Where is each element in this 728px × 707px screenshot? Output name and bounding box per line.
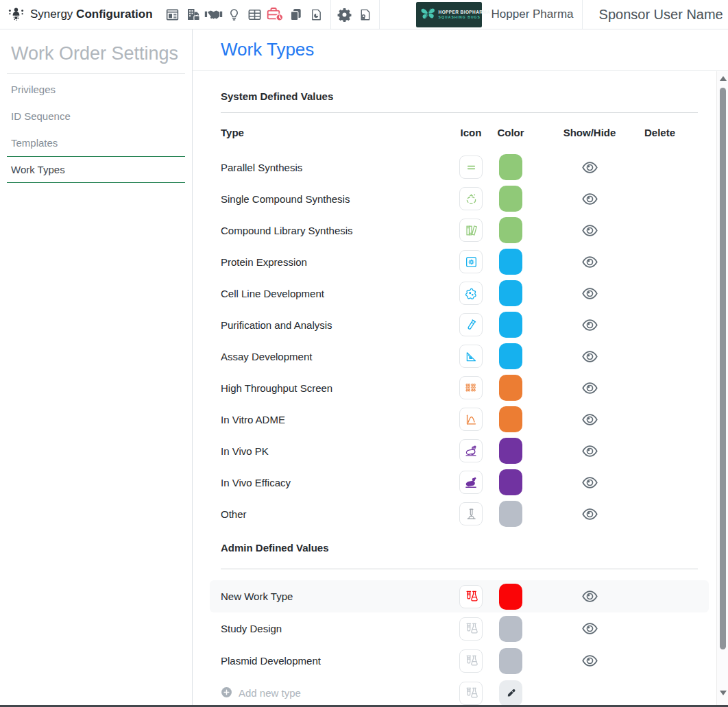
- beaker-tube-icon[interactable]: [459, 585, 483, 608]
- gear-icon[interactable]: [335, 0, 355, 29]
- work-type-label: Parallel Synthesis: [221, 162, 456, 173]
- eye-icon[interactable]: [581, 192, 599, 206]
- work-type-label: In Vivo PK: [221, 445, 456, 457]
- scroll-up-arrow[interactable]: [717, 73, 728, 84]
- eye-icon[interactable]: [581, 160, 599, 175]
- work-type-label: Cell Line Development: [221, 288, 456, 299]
- table-row: Plasmid Development: [221, 645, 698, 677]
- work-type-label: Other: [221, 508, 456, 520]
- eye-icon[interactable]: [581, 412, 599, 427]
- books-icon[interactable]: [459, 219, 483, 242]
- divider: [330, 0, 331, 29]
- color-swatch[interactable]: [499, 469, 522, 495]
- color-swatch[interactable]: [499, 186, 522, 212]
- eye-icon[interactable]: [581, 507, 599, 521]
- color-swatch[interactable]: [499, 438, 522, 464]
- eye-icon[interactable]: [581, 318, 599, 332]
- table-row: Cell Line Development: [221, 277, 698, 309]
- eye-icon[interactable]: [581, 589, 599, 604]
- color-swatch[interactable]: [499, 406, 522, 432]
- user-menu-dropdown[interactable]: Sponsor User Name: [599, 7, 728, 23]
- user-name-label: Sponsor User Name: [599, 7, 723, 23]
- column-header-delete: Delete: [644, 127, 698, 138]
- table-row: In Vivo PK: [221, 435, 698, 467]
- building-lock-icon[interactable]: [183, 0, 204, 29]
- butterfly-icon: [420, 4, 437, 25]
- logo-line2: SQUASHING BUGS: [439, 15, 491, 19]
- document-badge-icon[interactable]: [355, 0, 376, 29]
- sidebar-item-work-types[interactable]: Work Types: [7, 156, 185, 183]
- color-swatch[interactable]: [499, 249, 522, 275]
- hopper-biopharma-logo: HOPPER BIOPHARMA SQUASHING BUGS: [416, 2, 482, 27]
- divider: [7, 73, 185, 74]
- table-row: Purification and Analysis: [221, 309, 698, 340]
- sidebar-item-privileges[interactable]: Privileges: [7, 76, 185, 103]
- beaker-tube-icon[interactable]: [459, 617, 483, 641]
- color-swatch[interactable]: [499, 154, 522, 180]
- test-tube-icon[interactable]: [459, 313, 483, 336]
- flask-pot-icon[interactable]: [459, 187, 483, 210]
- eye-icon[interactable]: [581, 286, 599, 301]
- equals-icon[interactable]: [459, 156, 483, 179]
- microplate-icon[interactable]: [459, 376, 483, 399]
- table-row[interactable]: New Work Type: [210, 580, 709, 612]
- copy-documents-icon[interactable]: [286, 0, 306, 29]
- eye-icon[interactable]: [581, 223, 599, 238]
- color-swatch[interactable]: [499, 312, 522, 338]
- color-swatch[interactable]: [499, 217, 522, 243]
- eye-icon[interactable]: [581, 255, 599, 269]
- color-swatch[interactable]: [499, 375, 522, 401]
- vertical-scrollbar[interactable]: [716, 71, 728, 707]
- logo-line1: HOPPER BIOPHARMA: [439, 10, 491, 15]
- section-heading-admin: Admin Defined Values: [221, 542, 698, 554]
- lightbulb-icon[interactable]: [224, 0, 245, 29]
- eye-icon[interactable]: [581, 349, 599, 364]
- table-row: Compound Library Synthesis: [221, 214, 698, 246]
- add-new-type-button[interactable]: Add new type: [221, 686, 456, 700]
- work-types-content: System Defined Values Type Icon Color Sh…: [193, 90, 728, 707]
- app-title: Synergy Configuration: [30, 8, 153, 21]
- scrollbar-thumb[interactable]: [720, 88, 726, 649]
- chart-curve-icon[interactable]: [459, 408, 483, 431]
- handshake-icon[interactable]: [204, 0, 224, 29]
- sidebar-item-templates[interactable]: Templates: [7, 129, 185, 156]
- document-chart-icon[interactable]: [306, 0, 327, 29]
- settings-sidebar: Work Order Settings PrivilegesID Sequenc…: [0, 29, 193, 707]
- divider: [379, 0, 380, 29]
- column-header-show-hide: Show/Hide: [552, 127, 627, 138]
- color-swatch[interactable]: [499, 501, 522, 527]
- beaker-tube-icon[interactable]: [459, 649, 483, 673]
- column-header-type: Type: [221, 127, 456, 138]
- set-square-icon[interactable]: [459, 345, 483, 368]
- briefcase-clock-icon[interactable]: [265, 0, 286, 29]
- color-swatch[interactable]: [499, 648, 522, 674]
- color-swatch[interactable]: [499, 280, 522, 306]
- sidebar-item-id-sequence[interactable]: ID Sequence: [7, 103, 185, 129]
- microscope-icon[interactable]: [459, 502, 483, 525]
- work-type-label: Plasmid Development: [221, 655, 456, 667]
- mouse-filled-icon[interactable]: [459, 471, 483, 494]
- add-new-type-row: Add new type: [221, 677, 698, 707]
- settings-nav-icons: [335, 0, 376, 29]
- plus-circle-icon: [221, 686, 232, 700]
- eye-icon[interactable]: [581, 621, 599, 636]
- eye-icon[interactable]: [581, 444, 599, 458]
- eye-icon[interactable]: [581, 381, 599, 395]
- eye-icon[interactable]: [581, 475, 599, 490]
- table-icon[interactable]: [245, 0, 265, 29]
- scroll-down-arrow[interactable]: [717, 687, 728, 699]
- beaker-tube-icon[interactable]: [459, 682, 483, 705]
- color-swatch[interactable]: [499, 616, 522, 642]
- eye-icon[interactable]: [581, 654, 599, 668]
- color-swatch[interactable]: [499, 343, 522, 369]
- add-new-type-label: Add new type: [239, 687, 301, 699]
- gear-box-icon[interactable]: [459, 250, 483, 273]
- table-header-row: Type Icon Color Show/Hide Delete: [221, 113, 698, 151]
- work-type-label: Purification and Analysis: [221, 319, 456, 331]
- cell-icon[interactable]: [459, 282, 483, 305]
- form-icon[interactable]: [162, 0, 183, 29]
- page-header: Work Types: [193, 29, 728, 71]
- color-picker-button[interactable]: [499, 680, 522, 706]
- mouse-outline-icon[interactable]: [459, 439, 483, 462]
- color-swatch[interactable]: [499, 584, 522, 610]
